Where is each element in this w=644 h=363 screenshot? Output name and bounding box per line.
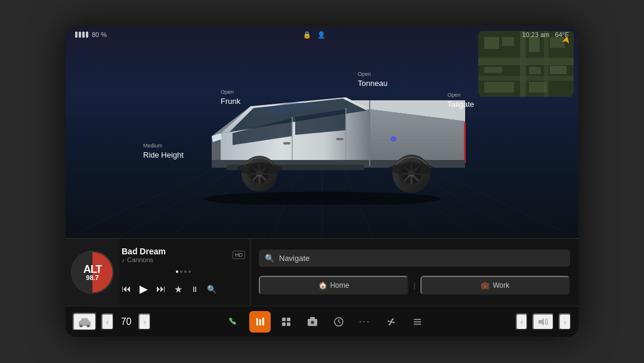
ride-height-label[interactable]: Medium Ride Height [143, 143, 184, 160]
frunk-label[interactable]: Open Frunk [221, 89, 240, 106]
phone-button[interactable] [223, 311, 244, 333]
tailgate-label[interactable]: Open Tailgate [447, 92, 474, 109]
frunk-text: Frunk [221, 97, 240, 106]
svg-text:+: + [392, 137, 394, 141]
svg-rect-87 [310, 317, 315, 319]
work-icon: 💼 [481, 281, 490, 290]
tailgate-prefix: Open [447, 92, 474, 98]
svg-point-71 [388, 163, 435, 175]
camera-button[interactable] [302, 311, 323, 333]
svg-rect-29 [550, 66, 566, 74]
media-section: ALT 98.7 Bad Dream ♪ [66, 239, 250, 306]
dot-1 [176, 270, 178, 273]
home-label: Home [330, 281, 349, 290]
svg-line-92 [339, 322, 340, 323]
svg-rect-49 [464, 122, 466, 163]
media-nav-row: ALT 98.7 Bad Dream ♪ [66, 238, 578, 306]
status-left: 80 % [75, 31, 107, 38]
status-center: 🔒 👤 [303, 31, 326, 39]
play-button[interactable]: ▶ [140, 282, 148, 296]
next-button[interactable]: ⏭ [156, 284, 166, 294]
svg-point-89 [311, 321, 314, 324]
music-button[interactable] [249, 311, 271, 333]
volume-button[interactable] [532, 313, 554, 330]
clock-button[interactable] [328, 311, 349, 333]
svg-point-70 [237, 163, 282, 175]
tonneau-prefix: Open [358, 71, 388, 77]
battery-bar-1 [75, 32, 78, 38]
apps-button[interactable] [275, 311, 297, 333]
svg-rect-85 [287, 322, 290, 326]
vol-next-button[interactable]: › [559, 313, 571, 330]
svg-rect-79 [256, 318, 258, 325]
svg-rect-84 [282, 322, 286, 326]
media-top: Bad Dream ♪ Cannons HD [122, 247, 245, 263]
search-media-button[interactable]: 🔍 [207, 285, 216, 294]
svg-rect-46 [283, 142, 290, 144]
vol-prev-button[interactable]: ‹ [516, 313, 528, 330]
work-button[interactable]: 💼 Work [420, 276, 570, 295]
info-button[interactable] [407, 311, 428, 333]
station-text-block: ALT 98.7 [83, 264, 102, 281]
track-name: Bad Dream [122, 247, 233, 256]
battery-icon [75, 32, 88, 38]
home-icon: 🏠 [318, 281, 327, 290]
car-icon-button[interactable] [73, 313, 97, 331]
dot-2 [180, 270, 182, 273]
bottom-panel: ALT 98.7 Bad Dream ♪ [66, 238, 578, 337]
status-bar: 80 % 🔒 👤 10:23 am 64°F [66, 26, 578, 43]
nav-search-text: Navigate [279, 254, 309, 263]
track-info: Bad Dream ♪ Cannons [122, 247, 233, 263]
svg-rect-30 [484, 82, 514, 93]
track-artist: ♪ Cannons [122, 256, 233, 263]
svg-marker-76 [80, 318, 89, 321]
svg-rect-83 [287, 318, 290, 321]
tonneau-label[interactable]: Open Tonneau [358, 71, 388, 88]
favorite-button[interactable]: ★ [174, 284, 182, 295]
svg-point-33 [203, 192, 441, 205]
station-name: ALT [83, 264, 102, 275]
media-dots [122, 269, 245, 274]
fan-button[interactable] [380, 311, 402, 333]
artist-name: Cannons [127, 256, 153, 263]
prev-button[interactable]: ⏮ [122, 284, 131, 294]
status-right: 10:23 am 64°F [522, 31, 569, 38]
dot-4 [188, 270, 191, 273]
nav-search-bar[interactable]: 🔍 Navigate [259, 250, 570, 267]
home-button[interactable]: 🏠 Home [259, 276, 408, 295]
svg-rect-22 [478, 76, 574, 81]
music-note-icon: ♪ [122, 257, 125, 263]
temp-prev-button[interactable]: ‹ [101, 313, 114, 330]
svg-rect-27 [484, 67, 502, 73]
taskbar-left: ‹ 70 › [73, 313, 151, 331]
svg-rect-81 [262, 318, 264, 325]
cybertruck-model: + [173, 73, 471, 205]
taskbar: ‹ 70 › [66, 306, 578, 337]
nav-quick-buttons: 🏠 Home | 💼 Work [259, 276, 570, 295]
battery-bar-2 [79, 32, 81, 38]
time-display: 10:23 am [522, 31, 550, 38]
tonneau-text: Tonneau [358, 79, 388, 88]
temp-next-button[interactable]: › [138, 313, 151, 330]
tailgate-text: Tailgate [447, 100, 474, 109]
svg-rect-47 [336, 138, 343, 140]
svg-rect-28 [529, 67, 541, 74]
profile-icon: 👤 [317, 31, 326, 39]
hd-badge: HD [233, 251, 245, 259]
pause-button[interactable]: ⏸ [191, 285, 199, 294]
station-logo: ALT 98.7 [71, 251, 114, 294]
svg-point-93 [390, 321, 392, 323]
album-art[interactable]: ALT 98.7 [66, 239, 119, 306]
frunk-prefix: Open [221, 89, 240, 95]
svg-rect-31 [529, 82, 547, 93]
main-screen: 80 % 🔒 👤 10:23 am 64°F [66, 26, 578, 337]
battery-bars [75, 32, 88, 38]
battery-percent: 80 % [92, 31, 107, 38]
nav-section: 🔍 Navigate 🏠 Home | 💼 Work [250, 239, 578, 306]
svg-marker-97 [538, 318, 544, 325]
dot-3 [184, 270, 187, 273]
battery-bar-3 [82, 32, 85, 38]
battery-bar-4 [86, 32, 88, 38]
more-button[interactable]: ··· [354, 311, 376, 333]
work-label: Work [493, 281, 509, 290]
